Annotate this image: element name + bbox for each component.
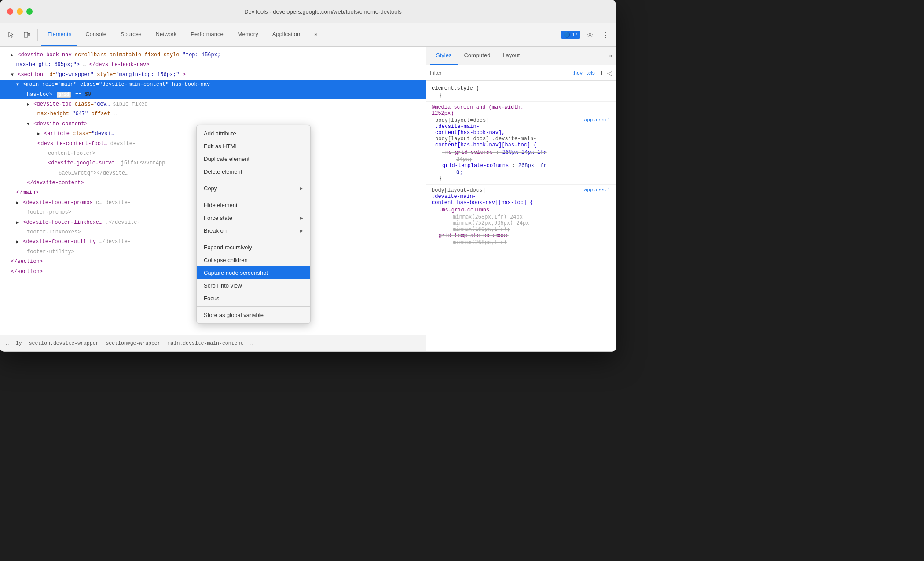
breadcrumb-section-gc[interactable]: section#gc-wrapper bbox=[104, 339, 162, 347]
style-selector-2: body[layout=docs] app.css:1 .devsite-mai… bbox=[432, 187, 610, 206]
svg-rect-0 bbox=[24, 32, 28, 37]
ctx-force-state[interactable]: Force state ▶ bbox=[197, 211, 310, 224]
add-style-button[interactable]: + bbox=[600, 69, 604, 77]
dom-line-3b[interactable]: has-toc> grid == $0 bbox=[0, 90, 426, 99]
tab-sources[interactable]: Sources bbox=[114, 23, 148, 46]
device-icon[interactable] bbox=[20, 28, 34, 42]
tab-memory[interactable]: Memory bbox=[231, 23, 264, 46]
styles-filter-input[interactable] bbox=[430, 70, 568, 76]
hov-button[interactable]: :hov bbox=[571, 69, 584, 76]
ctx-collapse-children[interactable]: Collapse children bbox=[197, 254, 310, 266]
styles-filter-bar: :hov .cls + ◁ bbox=[426, 65, 616, 81]
tab-more[interactable]: » bbox=[308, 23, 323, 46]
right-tabs-more[interactable]: » bbox=[609, 53, 612, 59]
style-inner-block: body[layout=docs] app.css:1 .devsite-mai… bbox=[432, 117, 610, 182]
ctx-add-attribute[interactable]: Add attribute bbox=[197, 127, 310, 140]
ctx-delete[interactable]: Delete element bbox=[197, 165, 310, 178]
traffic-lights bbox=[7, 8, 33, 15]
more-options-button[interactable]: ⋮ bbox=[600, 29, 612, 41]
breadcrumb-main[interactable]: main.devsite-main-content bbox=[166, 339, 246, 347]
window-title: DevTools - developers.google.com/web/too… bbox=[37, 8, 609, 15]
tab-computed[interactable]: Computed bbox=[458, 47, 496, 65]
ctx-scroll-into-view[interactable]: Scroll into view bbox=[197, 279, 310, 292]
style-ms-2-val-2: minmax(752px,936px) 24px bbox=[432, 220, 610, 226]
expand-icon-2[interactable]: ▼ bbox=[11, 73, 14, 77]
toolbar-divider-1 bbox=[37, 29, 38, 41]
ctx-divider-1 bbox=[197, 180, 310, 180]
tab-styles[interactable]: Styles bbox=[430, 47, 458, 65]
title-bar: DevTools - developers.google.com/web/too… bbox=[0, 0, 616, 23]
context-menu: Add attribute Edit as HTML Duplicate ele… bbox=[196, 125, 311, 324]
dom-line-4[interactable]: ▶ <devsite-toc class="dev… sible fixed bbox=[0, 99, 426, 109]
devtools-window: Elements Console Sources Network Perform… bbox=[0, 23, 616, 352]
close-button[interactable] bbox=[7, 8, 13, 15]
minimize-button[interactable] bbox=[17, 8, 23, 15]
dom-line-1[interactable]: ▶ <devsite-book-nav scrollbars animatabl… bbox=[0, 50, 426, 60]
cursor-icon[interactable] bbox=[4, 28, 18, 42]
cls-button[interactable]: .cls bbox=[586, 69, 596, 76]
style-prop-grid-template: grid-template-columns : 268px 1fr bbox=[435, 162, 610, 169]
tab-performance[interactable]: Performance bbox=[184, 23, 229, 46]
style-ms-2-val-1: minmax(268px,1fr) 24px bbox=[432, 214, 610, 220]
expand-icon-6[interactable]: ▶ bbox=[37, 131, 40, 136]
settings-button[interactable] bbox=[583, 28, 597, 42]
tab-layout[interactable]: Layout bbox=[496, 47, 526, 65]
style-selector-element: element.style { bbox=[432, 85, 610, 91]
maximize-button[interactable] bbox=[26, 8, 33, 15]
expand-icon-3[interactable]: ▼ bbox=[16, 82, 19, 87]
expand-icon-13[interactable]: ▶ bbox=[16, 240, 19, 244]
expand-icon-4[interactable]: ▶ bbox=[27, 102, 29, 107]
ctx-force-state-arrow: ▶ bbox=[300, 215, 303, 220]
devtools-main: ▶ <devsite-book-nav scrollbars animatabl… bbox=[0, 47, 616, 351]
ctx-edit-html[interactable]: Edit as HTML bbox=[197, 140, 310, 153]
right-panel: Styles Computed Layout » :hov .cls + ◁ bbox=[426, 47, 616, 351]
ctx-break-on[interactable]: Break on ▶ bbox=[197, 224, 310, 237]
ctx-copy[interactable]: Copy ▶ bbox=[197, 182, 310, 195]
dom-line-1b[interactable]: max-height: 695px;"> … </devsite-book-na… bbox=[0, 60, 426, 69]
tab-network[interactable]: Network bbox=[150, 23, 183, 46]
breadcrumb-ellipsis[interactable]: … bbox=[4, 339, 11, 347]
tab-elements[interactable]: Elements bbox=[41, 23, 77, 46]
filter-pseudo-buttons: :hov .cls bbox=[571, 69, 596, 76]
styles-icon-button[interactable]: ◁ bbox=[607, 69, 612, 76]
style-prop-grid-template-cont: 0; bbox=[435, 169, 610, 175]
breadcrumb-ly[interactable]: ly bbox=[14, 339, 24, 347]
source-link-1[interactable]: app.css:1 bbox=[584, 117, 610, 123]
expand-icon-12[interactable]: ▶ bbox=[16, 220, 19, 225]
breadcrumb-end-ellipsis[interactable]: … bbox=[249, 339, 255, 347]
ctx-divider-4 bbox=[197, 306, 310, 307]
right-panel-tabs: Styles Computed Layout » bbox=[426, 47, 616, 65]
devtools-toolbar: Elements Console Sources Network Perform… bbox=[0, 23, 616, 47]
error-badge[interactable]: 🔵 17 bbox=[561, 31, 580, 39]
style-block-element: element.style { } bbox=[426, 83, 616, 102]
ctx-expand-recursively[interactable]: Expand recursively bbox=[197, 241, 310, 254]
ctx-store-global[interactable]: Store as global variable bbox=[197, 309, 310, 321]
breadcrumb-bar: … ly section.devsite-wrapper section#gc-… bbox=[0, 335, 426, 351]
ctx-hide[interactable]: Hide element bbox=[197, 199, 310, 211]
toolbar-right: 🔵 17 ⋮ bbox=[561, 28, 612, 42]
style-prop-ms-grid-cont: 24px; bbox=[435, 156, 610, 162]
expand-icon-5[interactable]: ▼ bbox=[27, 122, 29, 127]
dom-line-2[interactable]: ▼ <section id="gc-wrapper" style="margin… bbox=[0, 70, 426, 80]
ctx-capture-screenshot[interactable]: Capture node screenshot bbox=[197, 266, 310, 279]
style-at-rule: @media screen and (max-width: 1252px) bbox=[432, 104, 610, 117]
dom-line-3[interactable]: ▼ <main role="main" class="devsite-main-… bbox=[0, 80, 426, 89]
expand-icon-11[interactable]: ▶ bbox=[16, 200, 19, 205]
source-link-2[interactable]: app.css:1 bbox=[584, 187, 610, 193]
style-prop-ms-2: -ms-grid-columns: bbox=[432, 207, 610, 214]
style-selector-1: body[layout=docs] app.css:1 .devsite-mai… bbox=[435, 117, 610, 148]
tab-application[interactable]: Application bbox=[266, 23, 307, 46]
style-ms-2-val-3: minmax(160px,1fr); bbox=[432, 226, 610, 232]
tab-console[interactable]: Console bbox=[79, 23, 113, 46]
ctx-break-on-arrow: ▶ bbox=[300, 228, 303, 233]
svg-rect-1 bbox=[28, 33, 30, 36]
dom-line-4b[interactable]: max-height="647" offset=… bbox=[0, 109, 426, 119]
badge-icon: 🔵 bbox=[564, 32, 570, 38]
style-prop-ms-grid: -ms-grid-columns : 268px 24px 1fr bbox=[435, 149, 610, 156]
ctx-focus[interactable]: Focus bbox=[197, 292, 310, 305]
style-block-media: @media screen and (max-width: 1252px) bo… bbox=[426, 102, 616, 185]
breadcrumb-section-wrapper[interactable]: section.devsite-wrapper bbox=[27, 339, 101, 347]
expand-icon[interactable]: ▶ bbox=[11, 53, 14, 58]
ctx-duplicate[interactable]: Duplicate element bbox=[197, 153, 310, 165]
svg-point-2 bbox=[589, 33, 591, 36]
